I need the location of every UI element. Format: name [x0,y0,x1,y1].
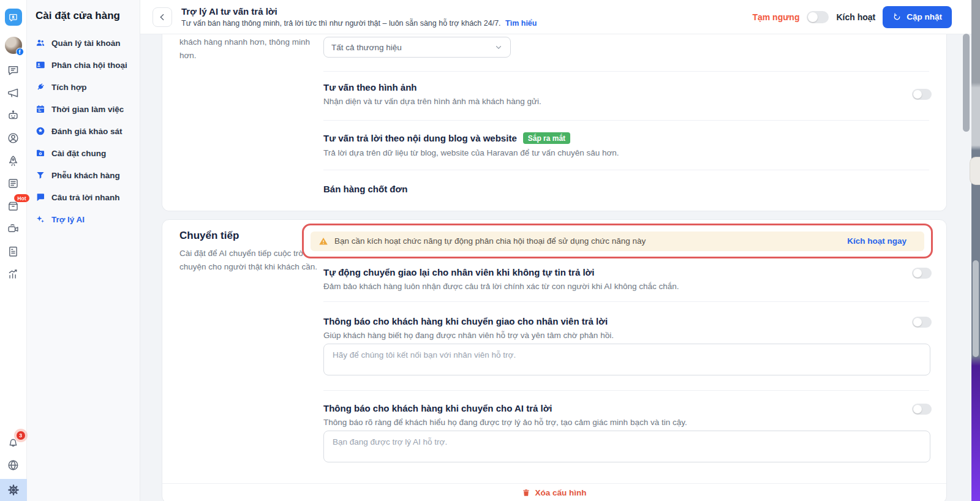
auto-handoff-toggle[interactable] [912,268,932,279]
notify-agent-toggle[interactable] [912,317,932,328]
calendar-icon [36,104,45,114]
auto-handoff-title: Tự động chuyển giao lại cho nhân viên kh… [323,267,594,277]
sidebar-item-label: Câu trả lời nhanh [51,193,120,202]
highlight-annotation: Bạn cần kích hoạt chức năng tự động phân… [302,224,933,258]
notify-ai-message-input[interactable] [323,431,930,462]
pause-label: Tạm ngưng [752,12,799,22]
window-scrollbar-thumb[interactable] [973,260,979,357]
auto-handoff-description: Đảm bảo khách hàng luôn nhận được câu tr… [323,282,679,291]
warning-message: Bạn cần kích hoạt chức năng tự động phân… [334,236,646,246]
coming-soon-badge: Sắp ra mắt [523,132,570,144]
settings-sidebar: Cài đặt cửa hàng Quản lý tài khoản Phân … [27,0,140,501]
sidebar-item-label: Trợ lý AI [51,215,85,224]
blog-consult-description: Trả lời dựa trên dữ liệu từ blog, websit… [323,148,619,157]
globe-icon[interactable] [6,458,21,472]
sales-closing-heading: Bán hàng chốt đơn [323,184,407,194]
settings-gear-icon[interactable] [0,479,27,501]
hot-badge: Hot [14,194,29,202]
megaphone-icon[interactable] [6,86,21,99]
notify-ai-toggle[interactable] [912,404,932,415]
page-title: Trợ lý AI tư vấn trả lời [181,6,537,18]
package-icon[interactable]: Hot [6,199,21,213]
news-icon[interactable] [6,176,21,190]
sidebar-item-account[interactable]: Quản lý tài khoản [36,32,131,54]
sidebar-item-ai-assistant[interactable]: Trợ lý AI [36,208,131,230]
rocket-icon[interactable] [6,154,21,167]
notify-ai-title: Thông báo cho khách hàng khi chuyển cho … [323,403,552,413]
activate-now-link[interactable]: Kích hoạt ngay [847,236,916,246]
divider [323,390,929,391]
sidebar-item-general-settings[interactable]: Cài đặt chung [36,142,131,164]
notifications-bell-icon[interactable]: 3 [6,435,21,449]
id-card-icon [36,60,45,70]
notify-ai-description: Thông báo rõ ràng để khách hiểu họ đang … [323,418,687,427]
forwarding-settings-card: Chuyển tiếp Cài đặt để AI chuyển tiếp cu… [162,219,947,501]
image-consult-description: Nhận diện và tư vấn dựa trên hình ảnh mà… [323,97,541,106]
sidebar-item-label: Thời gian làm việc [51,105,124,114]
back-button[interactable] [153,7,172,27]
learn-more-link[interactable]: Tìm hiểu [505,19,537,28]
divider [323,71,929,72]
sidebar-item-customer-funnel[interactable]: Phễu khách hàng [36,164,131,186]
page-header: Trợ lý AI tư vấn trả lời Tư vấn bán hàng… [140,0,980,34]
warning-banner: Bạn cần kích hoạt chức năng tự động phân… [311,232,924,251]
sidebar-item-label: Phễu khách hàng [51,171,120,180]
page-subtitle-text: Tư vấn bán hàng thông minh, trả lời tức … [181,19,501,28]
brand-filter-value: Tất cả thương hiệu [331,43,402,52]
consulting-settings-card: khách hàng nhanh hơn, thông minh hơn. Tấ… [162,34,947,211]
users-icon [36,38,45,48]
notify-agent-title: Thông báo cho khách hàng khi chuyển giao… [323,316,608,326]
app-rail: f Hot 3 [0,0,27,501]
activate-label: Kích hoạt [836,12,875,22]
user-avatar[interactable]: f [5,37,22,54]
divider [323,170,929,170]
sidebar-item-conversation-split[interactable]: Phân chia hội thoại [36,54,131,76]
sidebar-title: Cài đặt cửa hàng [36,10,131,22]
notification-count-badge: 3 [17,431,25,440]
divider [323,301,929,302]
video-icon[interactable] [6,222,21,235]
sidebar-item-label: Phân chia hội thoại [51,61,127,70]
folder-gear-icon [36,148,45,158]
delete-config-label: Xóa cấu hình [535,488,586,497]
sidebar-item-survey[interactable]: Đánh giá khảo sát [36,120,131,142]
sidebar-item-working-hours[interactable]: Thời gian làm việc [36,98,131,120]
receipt-icon[interactable] [6,244,21,258]
warning-triangle-icon [318,236,328,246]
update-button-label: Cập nhật [907,12,942,21]
section-description: khách hàng nhanh hơn, thông minh hơn. [179,36,326,62]
page-subtitle: Tư vấn bán hàng thông minh, trả lời tức … [181,19,537,28]
delete-config-button[interactable]: Xóa cấu hình [162,488,946,497]
chat-bubble-icon [36,192,45,202]
survey-badge-icon [36,126,45,136]
blog-consult-title: Tư vấn trả lời theo nội dung blog và web… [323,132,570,144]
sidebar-item-label: Tích hợp [51,83,87,92]
sidebar-item-label: Quản lý tài khoản [51,39,121,48]
chat-icon[interactable] [6,63,21,77]
robot-icon[interactable] [6,108,21,122]
forwarding-section-title: Chuyển tiếp [179,230,239,242]
funnel-icon [36,170,45,180]
sidebar-item-quick-replies[interactable]: Câu trả lời nhanh [36,186,131,208]
sidebar-item-label: Cài đặt chung [51,149,106,158]
trash-icon [522,488,530,497]
edge-handle[interactable] [970,157,980,185]
update-button[interactable]: Cập nhật [883,6,952,28]
refresh-icon [892,12,902,21]
image-consult-toggle[interactable] [912,89,932,100]
image-consult-title: Tư vấn theo hình ảnh [323,82,417,92]
brand-filter-select[interactable]: Tất cả thương hiệu [323,37,511,58]
chevron-down-icon [494,43,503,51]
activation-toggle[interactable] [807,11,829,23]
content-scrollbar-thumb[interactable] [963,34,970,132]
user-circle-icon[interactable] [6,131,21,145]
notify-agent-description: Giúp khách hàng biết họ đang được nhân v… [323,331,614,340]
notify-agent-message-input[interactable] [323,344,930,375]
blog-consult-title-text: Tư vấn trả lời theo nội dung blog và web… [323,133,517,143]
chart-icon[interactable] [6,267,21,281]
app-logo-icon[interactable] [5,9,22,26]
divider [323,120,929,121]
plug-icon [36,82,45,92]
divider [162,483,946,484]
sidebar-item-integrations[interactable]: Tích hợp [36,76,131,98]
